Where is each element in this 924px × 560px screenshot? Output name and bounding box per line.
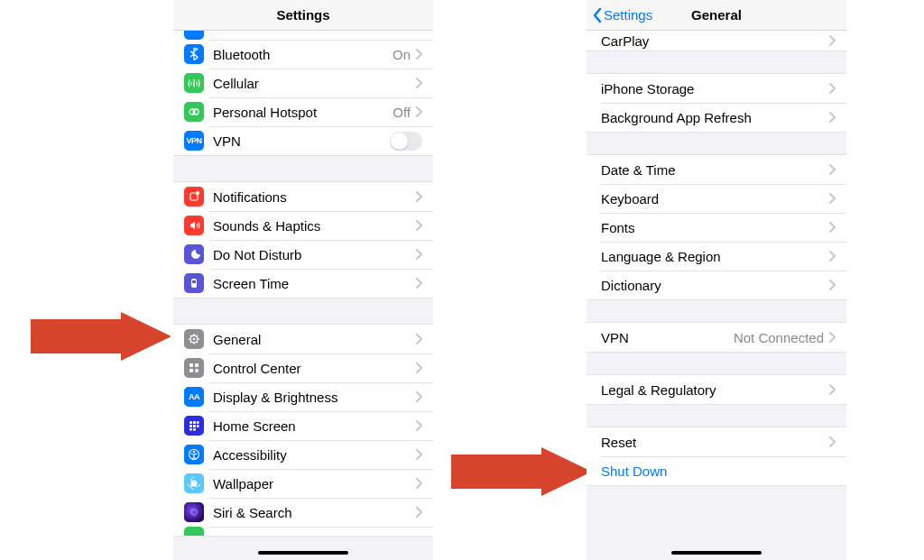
row-label: Shut Down bbox=[601, 464, 836, 479]
chevron-right-icon bbox=[416, 49, 422, 60]
section-gap bbox=[587, 300, 846, 322]
row-label: Sounds & Haptics bbox=[213, 218, 416, 234]
section-gap bbox=[173, 156, 433, 181]
chevron-right-icon bbox=[829, 193, 836, 204]
svg-point-5 bbox=[196, 191, 199, 195]
wallpaper-icon bbox=[184, 473, 204, 493]
svg-point-13 bbox=[195, 369, 199, 372]
chevron-right-icon bbox=[416, 363, 422, 373]
chevron-right-icon bbox=[416, 106, 422, 117]
general-screen: Settings General CarPlay iPhone Storage … bbox=[587, 0, 846, 560]
row-language[interactable]: Language & Region bbox=[587, 242, 846, 271]
row-vpn[interactable]: VPN Not Connected bbox=[587, 323, 846, 352]
row-fonts[interactable]: Fonts bbox=[587, 213, 846, 242]
chevron-right-icon bbox=[416, 220, 422, 231]
row-bgrefresh[interactable]: Background App Refresh bbox=[587, 103, 846, 132]
row-wallpaper[interactable]: Wallpaper bbox=[173, 469, 433, 498]
row-label: Control Center bbox=[213, 361, 416, 376]
row-label: Accessibility bbox=[213, 447, 416, 463]
section-gap bbox=[587, 133, 846, 154]
row-cellular[interactable]: Cellular bbox=[173, 69, 433, 97]
chevron-left-icon bbox=[592, 7, 602, 23]
row-vpn[interactable]: VPN VPN bbox=[173, 126, 433, 155]
general-group-carplay: CarPlay bbox=[587, 31, 846, 51]
svg-rect-17 bbox=[189, 425, 192, 427]
row-hotspot[interactable]: Personal Hotspot Off bbox=[173, 97, 433, 126]
hotspot-icon bbox=[184, 102, 204, 122]
dnd-icon bbox=[184, 244, 204, 264]
general-group-legal: Legal & Regulatory bbox=[587, 374, 846, 405]
row-shutdown[interactable]: Shut Down bbox=[587, 456, 846, 485]
row-label: Do Not Disturb bbox=[213, 247, 416, 262]
row-reset[interactable]: Reset bbox=[587, 427, 846, 456]
row-accessibility[interactable]: Accessibility bbox=[173, 440, 433, 469]
homescreen-icon bbox=[184, 416, 204, 436]
row-detail: Off bbox=[393, 105, 411, 120]
row-partial[interactable] bbox=[173, 31, 433, 40]
row-label: Bluetooth bbox=[213, 47, 393, 62]
accessibility-icon bbox=[184, 445, 204, 464]
vpn-icon: VPN bbox=[184, 131, 204, 151]
chevron-right-icon bbox=[416, 478, 422, 489]
row-label: General bbox=[213, 332, 416, 347]
row-label: Keyboard bbox=[601, 191, 829, 207]
svg-rect-11 bbox=[195, 363, 199, 367]
svg-rect-18 bbox=[193, 425, 196, 427]
row-label: Date & Time bbox=[601, 162, 829, 178]
arrow-annotation-right bbox=[451, 447, 587, 492]
chevron-right-icon bbox=[416, 78, 422, 88]
svg-point-3 bbox=[193, 109, 199, 115]
svg-rect-19 bbox=[197, 425, 199, 427]
chevron-right-icon bbox=[829, 332, 836, 343]
home-indicator[interactable] bbox=[671, 551, 762, 555]
back-button[interactable]: Settings bbox=[587, 7, 652, 23]
row-notifications[interactable]: Notifications bbox=[173, 182, 433, 211]
row-label: Dictionary bbox=[601, 278, 829, 293]
svg-rect-20 bbox=[189, 428, 192, 431]
row-partial-bottom[interactable] bbox=[173, 527, 433, 536]
vpn-toggle[interactable] bbox=[390, 132, 422, 151]
row-bluetooth[interactable]: Bluetooth On bbox=[173, 40, 433, 69]
chevron-right-icon bbox=[829, 436, 836, 447]
home-indicator[interactable] bbox=[258, 551, 348, 555]
row-siri[interactable]: Siri & Search bbox=[173, 498, 433, 527]
svg-rect-16 bbox=[197, 421, 199, 424]
row-label: iPhone Storage bbox=[601, 81, 829, 96]
row-general[interactable]: General bbox=[173, 325, 433, 353]
section-gap bbox=[173, 298, 433, 324]
svg-rect-15 bbox=[193, 421, 196, 424]
chevron-right-icon bbox=[416, 420, 422, 431]
settings-group-notifications: Notifications Sounds & Haptics Do Not Di… bbox=[173, 181, 433, 298]
svg-point-23 bbox=[193, 451, 195, 453]
row-label: Siri & Search bbox=[213, 505, 416, 520]
row-screentime[interactable]: Screen Time bbox=[173, 269, 433, 298]
section-gap bbox=[587, 405, 846, 427]
row-label: Reset bbox=[601, 435, 829, 450]
settings-group-connectivity: Bluetooth On Cellular Personal Hotspot O… bbox=[173, 31, 433, 156]
row-homescreen[interactable]: Home Screen bbox=[173, 411, 433, 440]
settings-screen: Settings Bluetooth On Cellular Perso bbox=[173, 0, 433, 560]
row-keyboard[interactable]: Keyboard bbox=[587, 184, 846, 213]
row-sounds[interactable]: Sounds & Haptics bbox=[173, 211, 433, 240]
general-group-input: Date & Time Keyboard Fonts Language & Re… bbox=[587, 154, 846, 300]
app-icon bbox=[184, 31, 204, 40]
svg-rect-14 bbox=[189, 421, 192, 424]
chevron-right-icon bbox=[416, 449, 422, 460]
row-legal[interactable]: Legal & Regulatory bbox=[587, 375, 846, 404]
chevron-right-icon bbox=[416, 191, 422, 202]
row-dnd[interactable]: Do Not Disturb bbox=[173, 240, 433, 269]
row-label: Fonts bbox=[601, 220, 829, 235]
row-storage[interactable]: iPhone Storage bbox=[587, 74, 846, 103]
row-controlcenter[interactable]: Control Center bbox=[173, 353, 433, 382]
nav-bar: Settings General bbox=[587, 0, 846, 31]
row-datetime[interactable]: Date & Time bbox=[587, 155, 846, 184]
row-label: Cellular bbox=[213, 76, 416, 91]
row-display[interactable]: AA Display & Brightness bbox=[173, 382, 433, 411]
row-dictionary[interactable]: Dictionary bbox=[587, 271, 846, 299]
siri-icon bbox=[184, 502, 204, 522]
chevron-right-icon bbox=[416, 278, 422, 289]
general-group-reset: Reset Shut Down bbox=[587, 427, 846, 486]
chevron-right-icon bbox=[416, 507, 422, 518]
row-carplay[interactable]: CarPlay bbox=[587, 31, 846, 50]
arrow-annotation-left bbox=[31, 312, 166, 357]
